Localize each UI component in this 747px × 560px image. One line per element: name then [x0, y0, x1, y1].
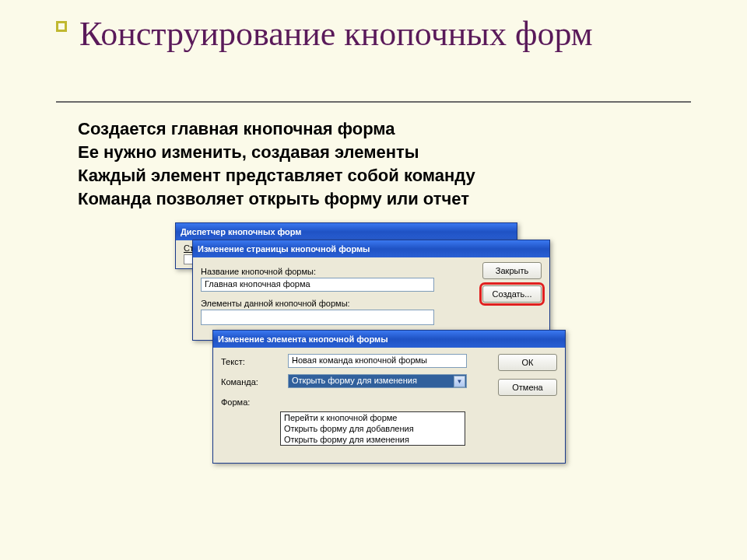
close-button[interactable]: Закрыть — [482, 262, 542, 279]
decorative-square — [56, 21, 67, 32]
button-column: ОК Отмена — [498, 354, 557, 396]
bullet-4: Команда позволяет открыть форму или отче… — [78, 188, 669, 210]
form-name-input[interactable]: Главная кнопочная форма — [201, 278, 434, 292]
titlebar[interactable]: Изменение элемента кнопочной формы — [213, 331, 565, 348]
button-column: Закрыть Создать... — [482, 262, 542, 303]
command-selected: Открыть форму для изменения — [289, 375, 466, 387]
bullet-3: Каждый элемент представляет собой команд… — [78, 165, 669, 187]
window-title: Изменение страницы кнопочной формы — [198, 244, 370, 254]
elements-label: Элементы данной кнопочной формы: — [201, 299, 434, 308]
elements-listbox[interactable] — [201, 310, 434, 325]
slide-title: Конструирование кнопочных форм — [79, 15, 671, 53]
command-dropdown-list[interactable]: Перейти к кнопочной форме Открыть форму … — [280, 411, 465, 446]
window-title: Диспетчер кнопочных форм — [181, 227, 301, 236]
create-button[interactable]: Создать... — [482, 285, 542, 303]
text-input[interactable]: Новая команда кнопочной формы — [288, 354, 467, 368]
titlebar[interactable]: Диспетчер кнопочных форм — [176, 223, 517, 240]
ok-button[interactable]: ОК — [498, 354, 557, 371]
bullet-1: Создается главная кнопочная форма — [78, 118, 669, 140]
form-name-label: Название кнопочной формы: — [201, 267, 434, 276]
close-button-label: Закрыть — [496, 266, 528, 275]
create-button-label: Создать... — [493, 289, 532, 299]
screenshot-stack: Диспетчер кнопочных форм Стр Глав Измене… — [175, 222, 572, 471]
dropdown-option[interactable]: Открыть форму для добавления — [281, 423, 465, 434]
window-title: Изменение элемента кнопочной формы — [218, 334, 388, 344]
window-edit-element: Изменение элемента кнопочной формы Текст… — [212, 330, 566, 464]
command-label: Команда: — [221, 377, 282, 387]
text-label: Текст: — [221, 357, 282, 366]
title-underline — [56, 101, 691, 103]
dropdown-option[interactable]: Перейти к кнопочной форме — [281, 412, 465, 423]
cancel-button[interactable]: Отмена — [498, 379, 557, 396]
cancel-button-label: Отмена — [512, 383, 542, 392]
command-combobox[interactable]: Открыть форму для изменения ▼ — [288, 374, 467, 388]
bullet-2: Ее нужно изменить, создавая элементы — [78, 142, 669, 163]
ok-button-label: ОК — [522, 358, 534, 367]
form-label: Форма: — [221, 397, 282, 407]
titlebar[interactable]: Изменение страницы кнопочной формы — [193, 240, 549, 257]
slide-body: Создается главная кнопочная форма Ее нуж… — [78, 118, 669, 212]
dropdown-option[interactable]: Открыть форму для изменения — [281, 434, 465, 445]
window-edit-page: Изменение страницы кнопочной формы Назва… — [192, 240, 550, 341]
chevron-down-icon[interactable]: ▼ — [454, 376, 465, 387]
